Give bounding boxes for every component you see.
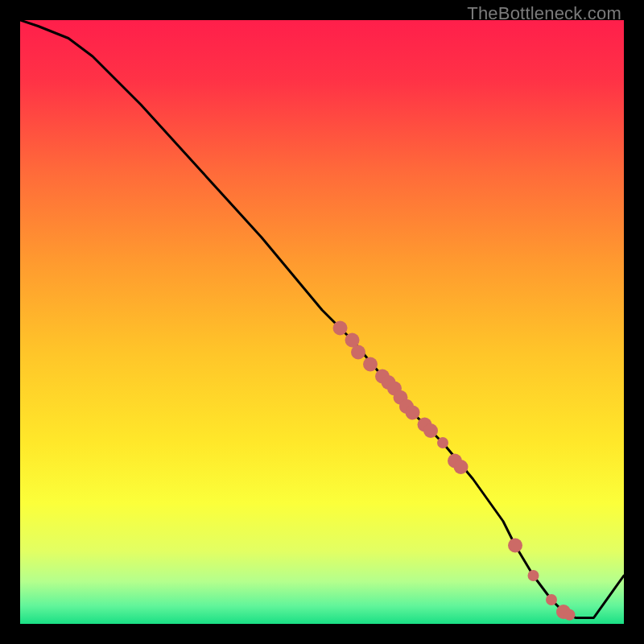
chart-data-point <box>564 609 576 621</box>
chart-data-point <box>546 594 557 605</box>
chart-data-point <box>406 406 420 420</box>
chart-data-point <box>333 321 348 336</box>
chart-data-point <box>423 423 438 438</box>
watermark-text: TheBottleneck.com <box>467 3 621 24</box>
chart-data-point <box>508 539 522 553</box>
chart-data-point <box>437 437 448 448</box>
chart-data-point <box>454 460 469 474</box>
chart-background <box>20 20 624 624</box>
chart-data-point <box>363 357 378 372</box>
chart-svg <box>20 20 624 624</box>
chart-plot-area <box>20 20 624 624</box>
chart-data-point <box>528 570 539 581</box>
chart-data-point <box>351 345 365 360</box>
chart-stage: TheBottleneck.com <box>0 0 644 644</box>
